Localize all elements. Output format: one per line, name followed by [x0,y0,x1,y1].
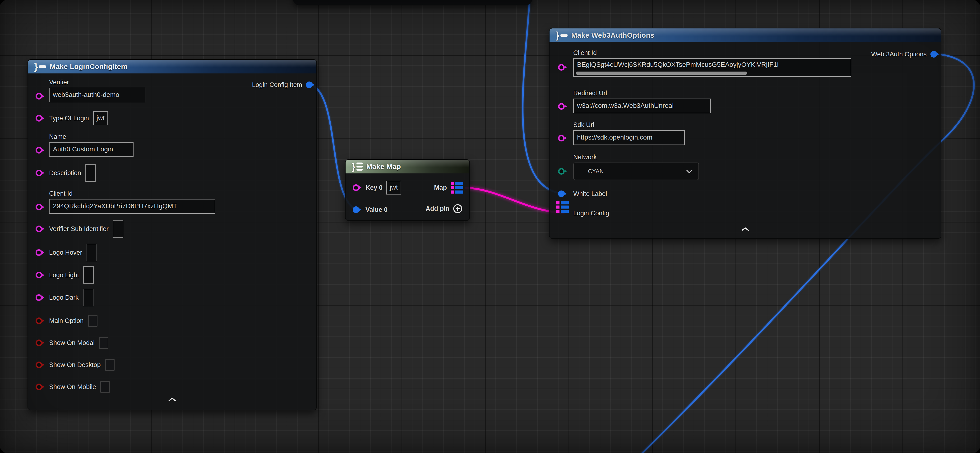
collapse-chevron-icon[interactable] [168,397,176,402]
field-row-redirect-url: Redirect Url w3a://com.w3a.Web3AuthUnrea… [549,90,941,113]
description-label: Description [49,169,81,177]
node-header-make-map[interactable]: } Make Map [345,160,469,173]
key-0-input[interactable]: jwt [387,181,401,195]
node-header-make-web3authoptions[interactable]: } Make Web3AuthOptions [549,29,941,42]
redirect-url-input[interactable]: w3a://com.w3a.Web3AuthUnreal [573,98,711,113]
show-on-desktop-pin[interactable] [36,361,42,368]
logo-hover-label: Logo Hover [49,249,82,257]
field-row-show-on-modal: Show On Modal [28,337,317,349]
show-on-desktop-checkbox[interactable] [105,359,115,371]
show-on-modal-label: Show On Modal [49,339,95,347]
main-option-checkbox[interactable] [88,315,97,327]
main-option-label: Main Option [49,317,84,325]
show-on-mobile-label: Show On Mobile [49,383,96,391]
horizontal-scrollbar[interactable] [576,71,747,74]
type-of-login-input[interactable]: jwt [93,111,108,125]
show-on-modal-pin[interactable] [36,339,42,346]
client-id-label: Client Id [573,49,941,57]
login-config-label: Login Config [573,210,609,217]
logo-hover-pin[interactable] [36,249,42,256]
verifier-label: Verifier [49,79,317,86]
logo-dark-label: Logo Dark [49,294,79,301]
redirect-url-label: Redirect Url [573,90,941,97]
key-0-label: Key 0 [366,184,383,192]
name-pin[interactable] [36,147,42,154]
field-row-show-on-mobile: Show On Mobile [28,381,317,393]
logo-light-input[interactable] [83,266,94,284]
verifier-sub-identifier-pin[interactable] [36,226,42,232]
field-row-verifier-sub-identifier: Verifier Sub Identifier [28,220,317,238]
network-label: Network [573,154,941,161]
collapse-chevron-icon[interactable] [741,227,749,232]
client-id-input[interactable]: 294QRkchfq2YaXUbPri7D6PH7xzHgQMT [49,199,215,214]
logo-dark-input[interactable] [83,289,94,306]
field-row-network: Network CYAN [549,154,941,180]
blueprint-graph-canvas[interactable]: } Make LoginConfigItem Login Config Item… [0,0,980,453]
client-id-label: Client Id [49,190,317,197]
type-of-login-pin[interactable] [36,115,42,122]
field-row-logo-light: Logo Light [28,266,317,284]
output-row-map: Map [417,181,463,194]
field-row-type-of-login: Type Of Login jwt [28,111,317,126]
show-on-mobile-pin[interactable] [36,383,42,390]
description-pin[interactable] [36,169,42,176]
login-config-pin[interactable] [556,201,569,213]
make-struct-icon: } [34,62,46,71]
white-label-label: White Label [573,190,607,198]
field-row-client-id: Client Id 294QRkchfq2YaXUbPri7D6PH7xzHgQ… [28,190,317,214]
field-row-client-id: Client Id BEglQSgt4cUWcj6SKRdu5QkOXTsePm… [549,49,941,77]
add-pin-label: Add pin [426,205,449,212]
show-on-desktop-label: Show On Desktop [49,361,101,369]
show-on-modal-checkbox[interactable] [99,337,108,349]
main-option-pin[interactable] [36,317,42,324]
value-0-label: Value 0 [366,206,388,214]
description-input[interactable] [85,164,96,182]
node-header-make-loginconfigitem[interactable]: } Make LoginConfigItem [28,60,317,73]
map-output-pin[interactable] [451,182,463,193]
node-make-loginconfigitem[interactable]: } Make LoginConfigItem Login Config Item… [27,59,317,410]
map-output-label: Map [434,184,447,192]
network-selected-value: CYAN [588,168,604,174]
sdk-url-pin[interactable] [558,135,565,141]
node-title: Make LoginConfigItem [50,63,127,71]
logo-hover-input[interactable] [87,244,97,261]
add-pin-button[interactable]: Add pin [426,204,462,213]
field-row-name: Name Auth0 Custom Login [28,133,317,157]
logo-dark-pin[interactable] [36,294,42,301]
field-row-show-on-desktop: Show On Desktop [28,359,317,371]
network-dropdown[interactable]: CYAN [573,163,699,180]
client-id-pin[interactable] [36,204,42,211]
node-title: Make Map [366,163,401,171]
logo-light-label: Logo Light [49,271,79,279]
value-0-pin[interactable] [353,206,359,213]
client-id-input[interactable]: BEglQSgt4cUWcj6SKRdu5QkOXTsePmMcusG5EAoy… [573,58,851,77]
field-row-description: Description [28,164,317,182]
key-0-pin[interactable] [353,184,359,191]
offscreen-node-bottom-edge[interactable] [293,0,532,5]
name-label: Name [49,133,317,141]
verifier-pin[interactable] [36,93,42,100]
logo-light-pin[interactable] [36,272,42,279]
verifier-sub-identifier-input[interactable] [113,220,123,238]
redirect-url-pin[interactable] [558,103,565,110]
verifier-sub-identifier-label: Verifier Sub Identifier [49,225,109,233]
verifier-input[interactable]: web3auth-auth0-demo [49,88,145,102]
field-row-main-option: Main Option [28,315,317,327]
make-map-icon: } [352,162,363,172]
client-id-pin[interactable] [558,64,565,71]
field-row-logo-dark: Logo Dark [28,288,317,307]
node-make-web3authoptions[interactable]: } Make Web3AuthOptions Web 3Auth Options… [549,28,941,239]
type-of-login-label: Type Of Login [49,115,89,122]
field-row-login-config: Login Config [549,207,941,220]
name-input[interactable]: Auth0 Custom Login [49,142,134,157]
white-label-pin[interactable] [558,190,565,197]
field-row-logo-hover: Logo Hover [28,244,317,261]
node-make-map[interactable]: } Make Map Key 0 jwt Map Value 0 Add pin [345,159,470,221]
sdk-url-input[interactable]: https://sdk.openlogin.com [573,130,685,145]
network-pin[interactable] [558,168,565,174]
node-title: Make Web3AuthOptions [571,31,654,39]
show-on-mobile-checkbox[interactable] [100,381,110,393]
field-row-white-label: White Label [549,188,941,200]
sdk-url-label: Sdk Url [573,121,941,129]
add-pin-plus-icon [453,204,462,213]
